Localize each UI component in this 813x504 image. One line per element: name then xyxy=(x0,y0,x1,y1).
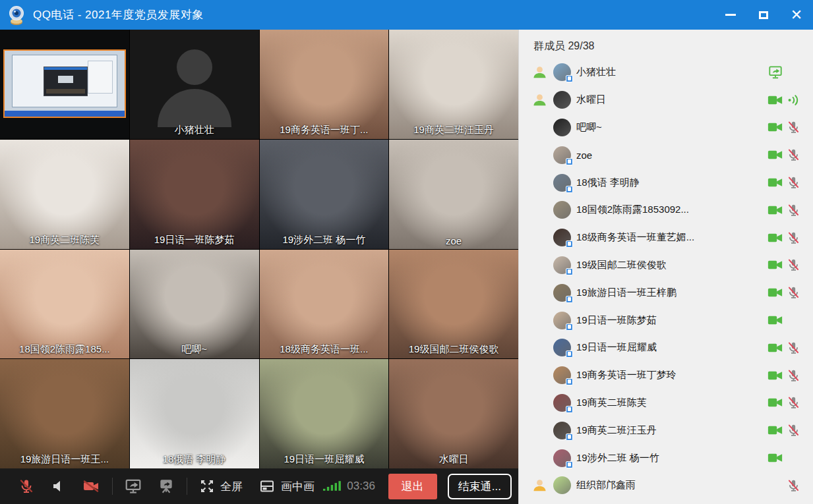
pip-button[interactable]: 画中画 xyxy=(251,473,322,499)
member-row[interactable]: 18国领2陈雨露1853092... xyxy=(519,196,813,224)
member-row[interactable]: 19日语一班陈梦茹 xyxy=(519,306,813,334)
video-tile[interactable]: 18俄语 李明静 xyxy=(130,359,259,468)
member-status-slot xyxy=(532,202,553,218)
call-duration: 03:36 xyxy=(347,480,375,493)
member-status-slot xyxy=(532,395,553,410)
call-toolbar: 全屏 画中画 03:36 xyxy=(0,468,518,504)
video-tile[interactable] xyxy=(0,30,129,139)
member-name: 19商英二班汪玉丹 xyxy=(576,424,657,437)
member-name: 19涉外二班 杨一竹 xyxy=(576,452,659,464)
member-status-slot xyxy=(532,450,553,466)
member-row[interactable]: 水曜日 xyxy=(519,86,813,114)
participant-name-label: 19级国邮二班侯俊歌 xyxy=(389,343,518,356)
mobile-device-badge xyxy=(566,378,573,385)
video-tile[interactable]: 19涉外二班 杨一竹 xyxy=(260,140,389,249)
camera-on-icon xyxy=(768,370,783,381)
mobile-device-badge xyxy=(566,461,573,468)
camera-on-icon xyxy=(768,452,783,464)
video-tile[interactable]: 19旅游日语一班王... xyxy=(0,359,129,468)
video-tile[interactable]: 19级国邮二班侯俊歌 xyxy=(389,250,518,359)
member-icons xyxy=(768,451,801,466)
video-tile[interactable]: 吧唧~ xyxy=(130,250,259,359)
camera-on-icon xyxy=(768,259,783,271)
speaker-button[interactable] xyxy=(42,473,74,499)
fullscreen-button[interactable]: 全屏 xyxy=(191,473,251,499)
member-status-slot xyxy=(532,230,553,246)
mic-muted-icon xyxy=(787,203,800,217)
member-status-slot xyxy=(532,257,553,273)
avatar xyxy=(553,366,571,384)
member-row[interactable]: 19涉外二班 杨一竹 xyxy=(519,444,813,472)
mobile-device-badge xyxy=(566,434,573,441)
member-row[interactable]: 19商英二班汪玉丹 xyxy=(519,416,813,444)
camera-on-icon xyxy=(768,121,783,133)
member-name: 吧唧~ xyxy=(576,121,602,134)
camera-off-button[interactable] xyxy=(74,473,108,499)
camera-on-icon xyxy=(768,120,783,135)
member-status-slot xyxy=(532,422,553,438)
mic-muted-icon xyxy=(787,395,800,410)
presenter-button[interactable] xyxy=(150,473,183,499)
video-tile[interactable]: 水曜日 xyxy=(389,359,518,468)
video-tile[interactable]: 19商英二班陈芙 xyxy=(0,140,129,249)
mic-muted-icon xyxy=(786,368,801,383)
participant-name-label: 19日语一班屈耀威 xyxy=(260,453,389,466)
titlebar: QQ电话 - 2021年度党员发展对象 ✕ xyxy=(0,0,813,30)
mobile-device-badge xyxy=(566,75,573,82)
video-tile[interactable]: 小猪壮壮 xyxy=(130,30,259,139)
avatar xyxy=(553,174,571,192)
member-row[interactable]: 18级商务英语一班董艺媚... xyxy=(519,224,813,252)
member-row[interactable]: 19商英二班陈芙 xyxy=(519,389,813,417)
member-row[interactable]: 19旅游日语一班王梓鹏 xyxy=(519,279,813,306)
video-tile[interactable]: 19日语一班陈梦茹 xyxy=(130,140,259,249)
member-count-header: 群成员 29/38 xyxy=(519,30,813,59)
member-icons xyxy=(768,285,801,300)
member-row[interactable]: 吧唧~ xyxy=(519,114,813,142)
member-icons xyxy=(768,65,801,80)
share-screen-button[interactable] xyxy=(117,473,150,499)
screen-share-icon xyxy=(768,65,783,80)
mic-muted-icon xyxy=(787,285,800,300)
video-tile[interactable]: 19商务英语一班丁... xyxy=(260,30,389,139)
pip-label: 画中画 xyxy=(281,479,315,494)
mic-muted-icon xyxy=(786,175,801,190)
member-name: 19日语一班屈耀威 xyxy=(576,341,657,354)
video-tile[interactable]: 19日语一班屈耀威 xyxy=(260,359,389,468)
member-name: zoe xyxy=(576,150,592,161)
shared-screen-preview xyxy=(0,30,129,139)
participant-name-label: 吧唧~ xyxy=(130,343,259,356)
member-row[interactable]: 组织部邝鑫雨 xyxy=(519,472,813,499)
video-tile[interactable]: 18级商务英语一班... xyxy=(260,250,389,359)
mobile-device-badge xyxy=(566,350,573,358)
participant-name-label: 19商务英语一班丁... xyxy=(260,124,389,136)
mic-mute-button[interactable] xyxy=(11,473,42,499)
member-row[interactable]: 19级国邮二班侯俊歌 xyxy=(519,252,813,279)
close-button[interactable]: ✕ xyxy=(780,0,813,30)
fullscreen-label: 全屏 xyxy=(220,479,243,494)
camera-on-icon xyxy=(768,92,783,107)
avatar xyxy=(553,119,571,136)
member-row[interactable]: 18俄语 李明静 xyxy=(519,169,813,196)
member-row[interactable]: 小猪壮壮 xyxy=(519,59,813,86)
avatar xyxy=(553,449,571,467)
maximize-button[interactable] xyxy=(747,0,780,30)
member-row[interactable]: 19日语一班屈耀威 xyxy=(519,334,813,362)
speaking-icon xyxy=(786,92,801,107)
camera-on-icon xyxy=(768,342,783,354)
member-status-slot xyxy=(532,340,553,356)
mic-muted-icon xyxy=(786,120,801,135)
minimize-button[interactable] xyxy=(714,0,747,30)
exit-button[interactable]: 退出 xyxy=(388,474,437,499)
member-row[interactable]: zoe xyxy=(519,141,813,169)
member-name: 19日语一班陈梦茹 xyxy=(576,314,657,327)
camera-on-icon xyxy=(768,314,783,326)
end-call-button[interactable]: 结束通... xyxy=(448,474,512,499)
participant-name-label: 19涉外二班 杨一竹 xyxy=(260,234,389,246)
video-tile[interactable]: 18国领2陈雨露185... xyxy=(0,250,129,359)
avatar xyxy=(553,422,571,439)
video-tile[interactable]: zoe xyxy=(389,140,518,249)
video-grid: 小猪壮壮 19商务英语一班丁... 19商英二班汪玉丹 19商英二班陈芙 19日… xyxy=(0,30,518,468)
member-row[interactable]: 19商务英语一班丁梦玲 xyxy=(519,362,813,389)
member-status-slot xyxy=(532,368,553,383)
video-tile[interactable]: 19商英二班汪玉丹 xyxy=(389,30,518,139)
